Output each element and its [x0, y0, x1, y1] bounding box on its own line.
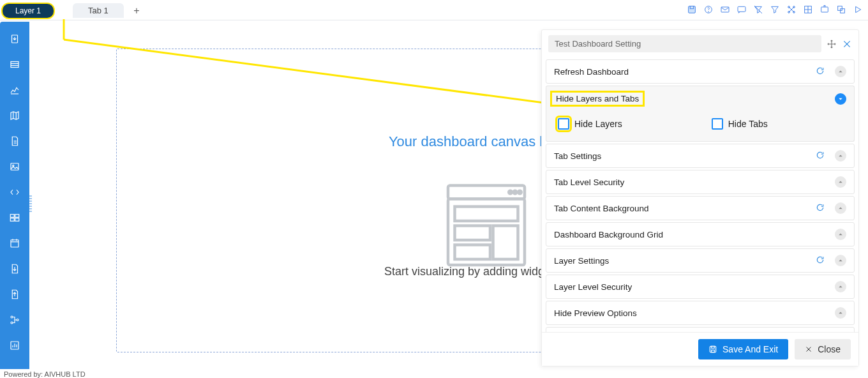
save-icon[interactable] [687, 4, 697, 17]
mail-icon[interactable] [720, 4, 730, 17]
refresh-icon[interactable] [816, 151, 825, 162]
tab-chip[interactable]: Tab 1 [73, 3, 124, 18]
section-refresh-dashboard[interactable]: Refresh Dashboard [546, 59, 855, 84]
refresh-icon[interactable] [816, 203, 825, 214]
hide-layers-checkbox[interactable] [558, 118, 569, 130]
refresh-icon[interactable] [816, 66, 825, 77]
play-icon[interactable] [853, 4, 863, 17]
svg-rect-27 [11, 163, 19, 170]
section-hide-layers-tabs-content: Hide Layers Hide Tabs [546, 109, 855, 142]
section-tab-content-background[interactable]: Tab Content Background [546, 196, 855, 220]
sidebar-calendar-icon[interactable] [9, 238, 20, 249]
sidebar-code-icon[interactable] [9, 186, 20, 198]
svg-point-38 [11, 322, 13, 324]
sidebar-doc-icon[interactable] [9, 135, 20, 147]
chevron-icon [835, 281, 846, 292]
sidebar-tree-icon[interactable] [9, 314, 20, 326]
svg-point-39 [17, 319, 19, 321]
save-and-exit-button[interactable]: Save And Exit [698, 339, 788, 359]
svg-rect-1 [690, 6, 693, 8]
svg-point-43 [514, 191, 517, 194]
svg-rect-29 [10, 215, 14, 218]
svg-rect-30 [15, 215, 19, 218]
chevron-down-icon [835, 93, 846, 105]
section-hide-layers-tabs[interactable]: Hide Layers and Tabs [546, 86, 855, 111]
svg-rect-47 [455, 226, 491, 241]
filter-off-icon[interactable] [753, 4, 763, 17]
top-toolbar [687, 4, 863, 17]
sidebar-table-icon[interactable] [9, 59, 20, 70]
add-tab-button[interactable]: + [130, 4, 143, 17]
sidebar-resize-handle[interactable] [29, 195, 32, 212]
svg-rect-5 [738, 6, 745, 11]
svg-rect-48 [493, 226, 518, 260]
sidebar-gallery-icon[interactable] [9, 212, 20, 223]
left-sidebar [0, 22, 29, 369]
export-icon[interactable] [819, 4, 830, 17]
filter-icon[interactable] [770, 4, 780, 17]
section-label: Layer Level Security [554, 282, 632, 292]
svg-point-44 [518, 191, 521, 194]
top-bar: Layer 1 Tab 1 + [0, 0, 868, 20]
tools-icon[interactable] [786, 4, 797, 17]
sidebar-upload-icon[interactable] [9, 289, 20, 300]
sidebar-map-icon[interactable] [9, 110, 20, 121]
svg-rect-33 [11, 240, 19, 247]
save-icon [708, 345, 717, 354]
sidebar-chart-icon[interactable] [9, 84, 20, 96]
section-label: Refresh Dashboard [554, 67, 629, 77]
svg-rect-45 [448, 199, 525, 266]
footer-credit: Powered by: AIVHUB LTD [4, 370, 86, 378]
svg-rect-49 [455, 245, 491, 260]
wireframe-icon [438, 177, 534, 275]
move-icon[interactable] [827, 39, 837, 49]
chevron-icon [835, 229, 846, 240]
section-label: Layer Settings [554, 256, 609, 266]
sidebar-report-icon[interactable] [9, 263, 20, 275]
section-tab-level-security[interactable]: Tab Level Security [546, 170, 855, 194]
hide-tabs-option[interactable]: Hide Tabs [712, 118, 768, 130]
section-label: Dashboard Background Grid [554, 230, 663, 239]
section-hide-preview-options[interactable]: Hide Preview Options [546, 301, 855, 325]
sidebar-import-icon[interactable] [9, 33, 20, 45]
section-label: Hide Preview Options [554, 308, 637, 318]
svg-marker-17 [856, 6, 861, 12]
close-icon[interactable] [842, 39, 852, 49]
comment-icon[interactable] [737, 4, 747, 17]
section-label: Hide Layers and Tabs [550, 91, 645, 107]
svg-point-3 [708, 11, 709, 11]
close-icon [805, 345, 812, 353]
help-icon[interactable] [703, 4, 714, 17]
svg-rect-56 [712, 350, 715, 352]
svg-rect-4 [721, 7, 729, 12]
section-layer-settings[interactable]: Layer Settings [546, 248, 855, 273]
panel-footer: Save And Exit Close [542, 332, 858, 366]
grid-icon[interactable] [803, 4, 813, 17]
section-dashboard-background-grid[interactable]: Dashboard Background Grid [546, 222, 855, 246]
button-label: Close [818, 344, 841, 354]
section-layer-level-security[interactable]: Layer Level Security [546, 275, 855, 299]
duplicate-icon[interactable] [836, 4, 846, 17]
svg-rect-19 [11, 62, 19, 68]
section-tab-settings[interactable]: Tab Settings [546, 144, 855, 168]
section-confirm-clear-filter[interactable]: Confirm Clear Filter [546, 327, 855, 332]
close-button[interactable]: Close [795, 339, 851, 359]
hide-tabs-checkbox[interactable] [712, 118, 723, 130]
svg-rect-32 [15, 218, 19, 222]
svg-rect-15 [838, 6, 842, 10]
layer-chip[interactable]: Layer 1 [1, 3, 55, 19]
chevron-icon [835, 150, 846, 162]
section-label: Tab Settings [554, 151, 601, 161]
svg-rect-55 [712, 346, 715, 348]
chevron-icon [835, 307, 846, 319]
panel-header: Test Dashboard Setting [542, 30, 858, 57]
sidebar-analytics-icon[interactable] [9, 340, 20, 351]
svg-rect-46 [455, 207, 518, 222]
refresh-icon[interactable] [816, 255, 825, 266]
svg-rect-14 [821, 7, 828, 12]
chevron-icon [835, 202, 846, 214]
sidebar-image-icon[interactable] [9, 161, 20, 172]
button-label: Save And Exit [722, 344, 778, 354]
svg-point-42 [509, 191, 512, 194]
hide-layers-option[interactable]: Hide Layers [558, 118, 622, 130]
